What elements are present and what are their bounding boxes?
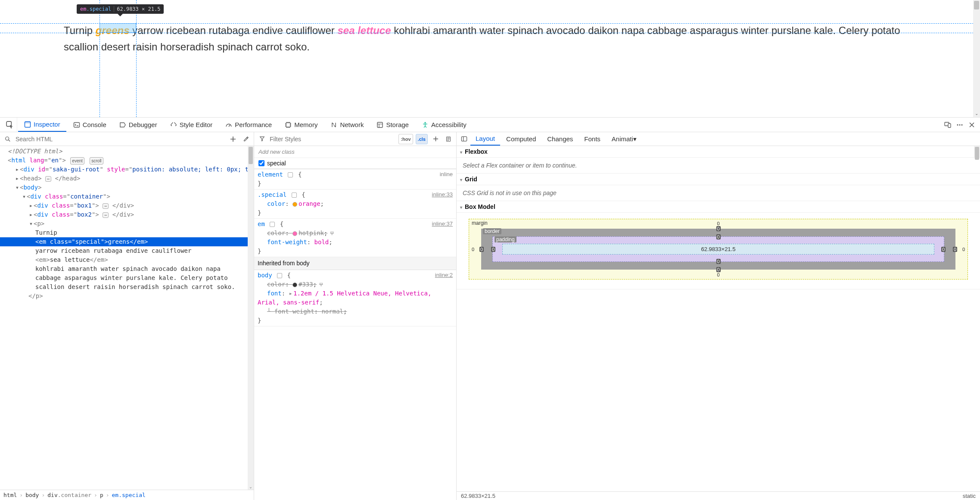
doctype-node[interactable]: <!DOCTYPE html> <box>0 147 254 156</box>
collapse-icon[interactable]: ▾ <box>15 183 20 192</box>
rule-element[interactable]: inline element { } <box>254 169 456 189</box>
p-close-node[interactable]: </p> <box>0 292 254 301</box>
filter-icon[interactable]: ▽ <box>330 230 333 236</box>
sidebar-tab-changes[interactable]: Changes <box>542 132 578 146</box>
scrollbar-thumb[interactable] <box>974 1 979 9</box>
print-media-toggle[interactable] <box>443 134 454 144</box>
text-node[interactable]: kohlrabi amaranth water spinach avocado … <box>0 264 254 292</box>
sidebar-toggle-button[interactable] <box>458 134 470 145</box>
tab-style-editor[interactable]: Style Editor <box>164 118 219 132</box>
add-node-button[interactable] <box>228 134 238 144</box>
filter-styles-input[interactable] <box>270 136 396 143</box>
ellipsis-icon[interactable]: ⋯ <box>103 212 109 218</box>
sidebar-tab-fonts[interactable]: Fonts <box>579 132 606 146</box>
sidebar-tab-layout[interactable]: Layout <box>470 132 500 146</box>
ellipsis-icon[interactable]: ⋯ <box>103 203 109 209</box>
sidebar-tab-animations[interactable]: Animati▾ <box>607 132 642 146</box>
crumb[interactable]: html <box>3 492 17 498</box>
box2-node[interactable]: ▸<div class="box2"> ⋯ </div> <box>0 210 254 219</box>
pseudo-hov-toggle[interactable]: :hov <box>398 134 413 144</box>
scrollbar-thumb[interactable] <box>249 147 253 164</box>
em-special-node[interactable]: <em class="special">greens</em> <box>0 237 254 246</box>
grid-header[interactable]: Grid <box>457 174 980 185</box>
event-badge[interactable]: event <box>70 157 84 165</box>
body-node[interactable]: ▾<body> <box>0 183 254 192</box>
scrollbar-down-icon[interactable]: ⌄ <box>973 110 980 117</box>
collapse-icon[interactable]: ▾ <box>28 219 34 228</box>
box1-node[interactable]: ▸<div class="box1"> ⋯ </div> <box>0 201 254 210</box>
boxmodel-padding[interactable]: padding 0 0 0 0 62.9833×21.5 <box>492 236 944 262</box>
rules-list[interactable]: inline element { } inline:33 .special { … <box>254 169 456 500</box>
scrollbar-thumb[interactable] <box>975 147 979 160</box>
boxmodel-margin[interactable]: margin 0 0 0 0 border 0 0 0 0 padding <box>469 219 968 280</box>
class-toggle[interactable]: special <box>254 158 456 169</box>
rule-special[interactable]: inline:33 .special { color: orange; } <box>254 189 456 219</box>
selector-highlighter-icon[interactable] <box>277 273 282 278</box>
boxmodel-border[interactable]: border 0 0 0 0 padding 0 0 0 0 62 <box>481 229 955 270</box>
page-scrollbar[interactable]: ⌄ <box>973 0 980 117</box>
crumb[interactable]: body <box>25 492 39 498</box>
close-devtools-button[interactable] <box>966 119 977 130</box>
tab-memory[interactable]: Memory <box>279 118 324 132</box>
rule-source[interactable]: inline <box>440 170 453 179</box>
markup-tree[interactable]: <!DOCTYPE html> <html lang="en"> event s… <box>0 146 254 490</box>
expand-icon[interactable]: ▸ <box>15 165 20 174</box>
rule-source[interactable]: inline:37 <box>432 220 453 228</box>
tab-inspector[interactable]: Inspector <box>18 118 66 132</box>
crumb[interactable]: p <box>100 492 103 498</box>
rule-body[interactable]: inline:2 body { color: #333;▽ font: ▸1.2… <box>254 270 456 326</box>
em-special: greens <box>96 25 130 36</box>
tab-storage[interactable]: Storage <box>370 118 415 132</box>
flexbox-header[interactable]: Flexbox <box>457 146 980 158</box>
selector-highlighter-icon[interactable] <box>288 172 293 177</box>
expand-shorthand-icon[interactable]: ▸ <box>289 290 292 297</box>
filter-icon[interactable]: ▽ <box>319 281 323 288</box>
color-swatch[interactable] <box>292 283 297 287</box>
expand-icon[interactable]: ▸ <box>28 210 34 219</box>
em-plain-node[interactable]: <em>sea lettuce</em> <box>0 255 254 264</box>
add-rule-button[interactable] <box>430 134 441 144</box>
p-node[interactable]: ▾<p> <box>0 219 254 228</box>
saka-node[interactable]: ▸<div id="saka-gui-root" style="position… <box>0 165 254 174</box>
cls-toggle[interactable]: .cls <box>416 134 428 144</box>
crumb[interactable]: em.special <box>112 492 146 498</box>
container-node[interactable]: ▾<div class="container"> <box>0 192 254 201</box>
tab-debugger[interactable]: Debugger <box>113 118 163 132</box>
tab-console[interactable]: Console <box>67 118 112 132</box>
svg-rect-4 <box>286 123 290 127</box>
layout-body[interactable]: Flexbox Select a Flex container or item … <box>457 146 980 500</box>
sidebar-scrollbar[interactable] <box>974 146 980 158</box>
text-node[interactable]: Turnip <box>0 228 254 237</box>
boxmodel-header[interactable]: Box Model <box>457 201 980 213</box>
scroll-badge[interactable]: scroll <box>90 157 103 165</box>
tab-performance[interactable]: Performance <box>219 118 278 132</box>
markup-scrollbar[interactable]: ⌄ <box>248 146 254 490</box>
color-swatch[interactable] <box>292 231 297 236</box>
eyedropper-button[interactable] <box>241 134 251 144</box>
rule-source[interactable]: inline:33 <box>432 190 453 199</box>
text-node[interactable]: yarrow ricebean rutabaga endive cauliflo… <box>0 246 254 255</box>
selector-highlighter-icon[interactable] <box>270 222 275 227</box>
boxmodel-content[interactable]: 62.9833×21.5 <box>502 244 934 255</box>
selector-highlighter-icon[interactable] <box>292 193 297 198</box>
html-node[interactable]: <html lang="en"> event scroll <box>0 156 254 165</box>
rule-em[interactable]: inline:37 em { color: hotpink;▽ font-wei… <box>254 219 456 257</box>
ellipsis-icon[interactable]: ⋯ <box>45 176 51 182</box>
class-checkbox[interactable] <box>258 160 264 166</box>
scrollbar-down-icon[interactable]: ⌄ <box>248 484 254 490</box>
toolbox-options-button[interactable] <box>954 119 965 130</box>
tab-network[interactable]: Network <box>324 118 370 132</box>
sidebar-tab-computed[interactable]: Computed <box>501 132 541 146</box>
color-swatch[interactable] <box>292 202 297 207</box>
search-html-input[interactable] <box>16 136 225 143</box>
expand-icon[interactable]: ▸ <box>28 201 34 210</box>
collapse-icon[interactable]: ▾ <box>22 192 27 201</box>
responsive-mode-button[interactable] <box>942 119 953 130</box>
pick-element-button[interactable] <box>3 118 17 132</box>
tab-accessibility[interactable]: Accessibility <box>416 118 473 132</box>
crumb[interactable]: div.container <box>47 492 91 498</box>
head-node[interactable]: ▸<head> ⋯ </head> <box>0 174 254 183</box>
add-class-input[interactable]: Add new class <box>254 146 456 158</box>
expand-icon[interactable]: ▸ <box>15 174 20 183</box>
rule-source[interactable]: inline:2 <box>435 271 453 280</box>
